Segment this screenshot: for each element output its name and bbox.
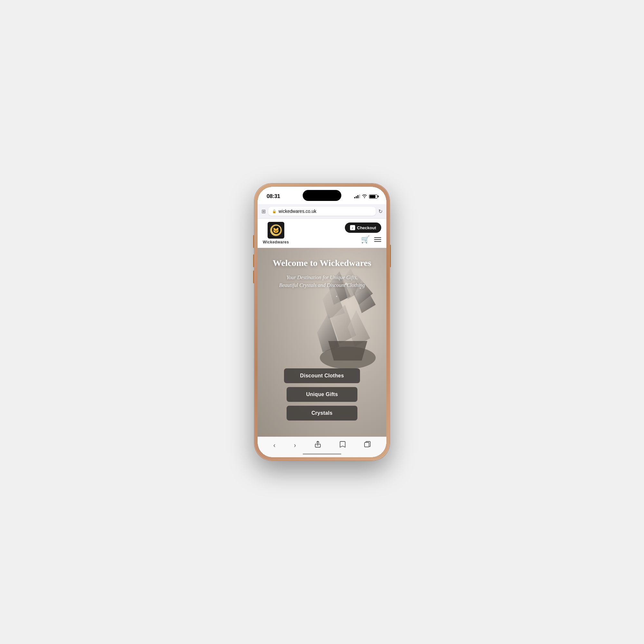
hero-subtitle: Your Destination for Unique Gifts, Beaut… [277, 274, 367, 289]
hero-buttons: Discount Clothes Unique Gifts Crystals [264, 368, 380, 421]
site-header: 🐱 Wickedwares ♪ Checkout 🛒 [258, 219, 386, 248]
header-icons: 🛒 [361, 235, 381, 244]
url-bar[interactable]: 🔒 wickedwares.co.uk [268, 207, 376, 216]
hero-content: Welcome to Wickedwares Your Destination … [258, 248, 386, 437]
logo-cat-icon: 🐱 [273, 227, 279, 233]
cart-icon[interactable]: 🛒 [361, 235, 370, 244]
dynamic-island [303, 190, 341, 201]
battery-icon [369, 194, 377, 199]
tabs-button[interactable] [364, 441, 371, 449]
signal-icon [354, 194, 360, 198]
website: 🐱 Wickedwares ♪ Checkout 🛒 [258, 219, 386, 437]
logo-area: 🐱 Wickedwares [263, 222, 289, 244]
discount-clothes-button[interactable]: Discount Clothes [284, 368, 360, 383]
tiktok-icon: ♪ [350, 225, 355, 230]
header-right: ♪ Checkout 🛒 [345, 223, 381, 244]
svg-rect-14 [365, 442, 369, 447]
unique-gifts-button[interactable]: Unique Gifts [287, 387, 357, 402]
hero-section: Welcome to Wickedwares Your Destination … [258, 248, 386, 437]
phone-frame: 08:31 [254, 184, 390, 460]
status-bar: 08:31 [258, 187, 386, 204]
phone-inner: 08:31 [258, 187, 386, 457]
share-button[interactable] [315, 441, 321, 450]
lock-icon: 🔒 [272, 209, 277, 213]
bookmarks-button[interactable] [339, 441, 346, 450]
logo-name: Wickedwares [263, 240, 289, 244]
forward-button[interactable]: › [294, 441, 296, 449]
crystals-button[interactable]: Crystals [287, 406, 357, 421]
logo-box: 🐱 [268, 222, 284, 239]
hero-title: Welcome to Wickedwares [273, 258, 371, 269]
hamburger-menu-icon[interactable] [374, 237, 381, 242]
home-indicator [303, 453, 341, 455]
browser-bar: ⊞ 🔒 wickedwares.co.uk ↻ [258, 204, 386, 219]
tab-overview-icon[interactable]: ⊞ [261, 208, 266, 214]
wifi-icon [362, 194, 367, 199]
status-time: 08:31 [267, 193, 280, 200]
screen: 08:31 [258, 187, 386, 457]
refresh-icon[interactable]: ↻ [378, 208, 383, 214]
checkout-button[interactable]: ♪ Checkout [345, 223, 381, 233]
status-icons [354, 194, 377, 199]
back-button[interactable]: ‹ [273, 441, 276, 449]
url-text: wickedwares.co.uk [279, 209, 317, 214]
